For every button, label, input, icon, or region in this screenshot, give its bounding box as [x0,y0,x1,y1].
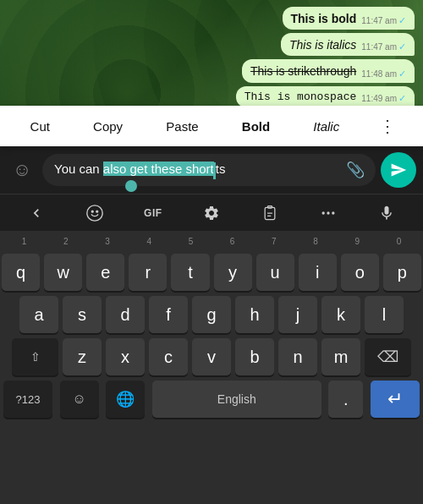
message-list: This is bold 11:47 am ✓ This is italics … [0,0,423,114]
key-x[interactable]: x [106,338,145,375]
input-text-before: You can [54,162,103,176]
key-p[interactable]: p [383,254,421,291]
gear-icon [203,205,220,222]
format-toolbar: Cut Copy Paste Bold Italic ⋮ [0,106,423,146]
key-e[interactable]: e [86,254,124,291]
return-key[interactable]: ↵ [371,381,420,418]
msg-text-4: This is monospace [244,90,357,105]
keyboard-row-1: q w e r t y u i o p [0,251,423,293]
message-1: This is bold 11:47 am ✓ [283,7,415,30]
backspace-key[interactable]: ⌫ [365,338,411,375]
key-m[interactable]: m [321,338,360,375]
num-3: 3 [86,233,128,250]
symbol-key[interactable]: ?123 [3,381,52,418]
svg-point-1 [91,211,93,212]
send-button[interactable] [381,152,416,188]
msg-text-3: This is strikethrough [250,63,356,79]
msg-text-2: This is italics [289,37,356,52]
num-6: 6 [212,233,253,250]
svg-point-6 [327,211,330,214]
num-0: 0 [378,233,420,250]
text-selection-cursor [125,180,137,192]
keyboard-toolbar: GIF [0,194,423,231]
emoji-button[interactable]: ☺ [7,155,37,185]
keyboard: 1 2 3 4 5 6 7 8 9 0 q w e r t y u i o p … [0,231,423,504]
key-u[interactable]: u [256,254,294,291]
num-5: 5 [170,233,212,250]
key-n[interactable]: n [278,338,317,375]
key-v[interactable]: v [192,338,231,375]
key-k[interactable]: k [321,296,360,333]
key-l[interactable]: l [365,296,404,333]
key-s[interactable]: s [63,296,102,333]
key-t[interactable]: t [171,254,209,291]
svg-point-2 [96,211,98,212]
back-icon [28,205,45,222]
input-area: ☺ You can also get these shortts 📎 [0,146,423,194]
settings-button[interactable] [195,197,228,229]
num-8: 8 [294,233,336,250]
key-a[interactable]: a [19,296,58,333]
svg-point-7 [332,211,334,214]
spacebar[interactable]: English [152,381,321,418]
cut-button[interactable]: Cut [20,114,60,139]
key-f[interactable]: f [149,296,188,333]
more-button[interactable]: ⋮ [372,112,403,140]
svg-point-0 [87,205,102,220]
key-j[interactable]: j [278,296,317,333]
dots-icon [320,205,337,222]
bold-button[interactable]: Bold [232,114,280,139]
msg-time-3: 11:48 am ✓ [361,68,406,79]
key-y[interactable]: y [214,254,252,291]
msg-time-4: 11:49 am ✓ [361,93,406,104]
key-z[interactable]: z [63,338,102,375]
svg-point-5 [322,211,325,214]
paste-button[interactable]: Paste [156,114,208,139]
clipboard-icon [261,205,278,222]
message-3: This is strikethrough 11:48 am ✓ [242,59,415,82]
key-i[interactable]: i [299,254,337,291]
num-1: 1 [3,233,45,250]
key-h[interactable]: h [235,296,274,333]
num-9: 9 [337,233,378,250]
key-c[interactable]: c [149,338,188,375]
msg-time-1: 11:47 am ✓ [361,15,406,26]
num-7: 7 [253,233,294,250]
number-hint-row: 1 2 3 4 5 6 7 8 9 0 [0,231,423,251]
keyboard-row-2: a s d f g h j k l [0,293,423,336]
key-r[interactable]: r [129,254,167,291]
keyboard-bottom-row: ?123 ☺ 🌐 English . ↵ [0,378,423,420]
period-key[interactable]: . [328,381,363,418]
shift-key[interactable]: ⇧ [12,338,58,375]
input-text-after: ts [216,162,226,176]
more-options-button[interactable] [311,197,345,229]
sticker-icon [85,204,104,222]
input-text-selected: also get these short [103,162,214,176]
key-g[interactable]: g [192,296,231,333]
key-w[interactable]: w [44,254,82,291]
message-4: This is monospace 11:49 am ✓ [236,86,415,108]
mic-icon [378,205,395,222]
key-o[interactable]: o [341,254,379,291]
message-2: This is italics 11:47 am ✓ [281,33,415,56]
gif-button[interactable]: GIF [136,197,170,229]
attach-button[interactable]: 📎 [343,158,367,182]
keyboard-row-3: ⇧ z x c v b n m ⌫ [0,336,423,378]
key-q[interactable]: q [2,254,40,291]
clipboard-button[interactable] [253,197,287,229]
sticker-button[interactable] [78,197,112,229]
copy-button[interactable]: Copy [83,114,133,139]
input-text: You can also get these shortts [54,161,225,178]
text-input[interactable]: You can also get these shortts 📎 [42,154,376,186]
mic-button[interactable] [370,197,404,229]
emoji-key[interactable]: ☺ [60,381,99,418]
msg-text-1: This is bold [291,11,357,26]
keyboard-back-button[interactable] [19,197,53,229]
send-icon [390,162,407,178]
num-4: 4 [129,233,170,250]
italic-button[interactable]: Italic [303,114,349,139]
msg-time-2: 11:47 am ✓ [361,41,406,52]
globe-key[interactable]: 🌐 [106,381,145,418]
key-d[interactable]: d [106,296,145,333]
key-b[interactable]: b [235,338,274,375]
